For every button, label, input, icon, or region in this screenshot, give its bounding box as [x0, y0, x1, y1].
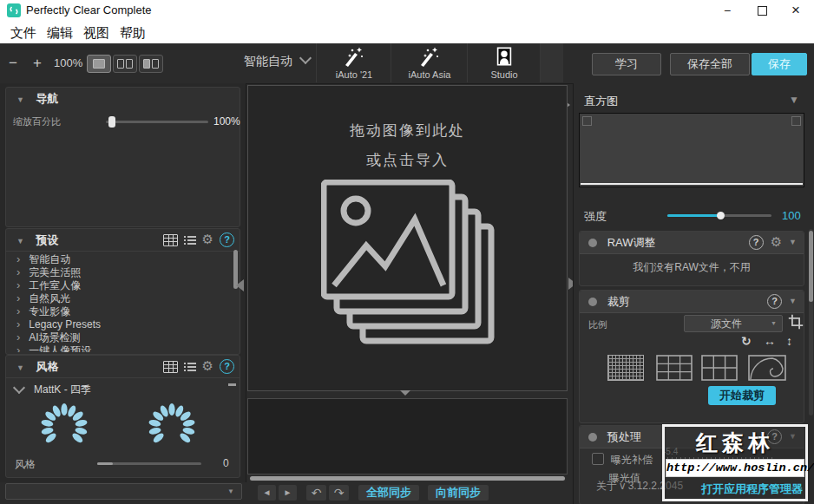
tree-chevron-icon[interactable]: › [16, 252, 20, 265]
help-icon[interactable]: ? [220, 359, 234, 374]
tab-iauto21[interactable]: iAuto '21 [316, 43, 391, 82]
list-view-icon[interactable] [184, 235, 196, 245]
start-crop-button[interactable]: 开始裁剪 [708, 386, 776, 405]
collapse-icon[interactable]: ▼ [16, 95, 24, 104]
navigation-header[interactable]: ▼ 导航 [6, 88, 240, 109]
sync-forward-button[interactable]: 向前同步 [428, 485, 489, 501]
crop-header[interactable]: 裁剪 ? ▼ [580, 291, 804, 313]
strength-slider[interactable] [667, 214, 771, 217]
collapse-icon[interactable]: ▼ [16, 237, 24, 245]
tree-chevron-icon[interactable]: › [16, 331, 20, 344]
help-icon[interactable]: ? [749, 235, 764, 250]
grid-spiral-button[interactable] [748, 355, 786, 381]
undo-button[interactable]: ↶ [306, 485, 326, 501]
grid-fine-button[interactable] [607, 355, 644, 381]
preset-item[interactable]: ›AI场景检测 [6, 331, 233, 344]
save-all-button[interactable]: 保存全部 [670, 53, 750, 75]
style-slider-thumb[interactable] [97, 462, 113, 465]
sync-all-button[interactable]: 全部同步 [358, 485, 419, 501]
maximize-button[interactable] [744, 0, 780, 21]
gear-icon[interactable]: ⚙ [202, 360, 213, 373]
zoom-in-button[interactable]: + [33, 55, 42, 72]
filmstrip[interactable] [247, 398, 568, 475]
presets-header[interactable]: ▼ 预设 ⚙ ? [6, 229, 240, 252]
filmstrip-scrollbar[interactable] [249, 475, 567, 481]
collapse-icon[interactable]: ▼ [16, 363, 24, 372]
histogram-box[interactable] [579, 113, 804, 187]
preset-item[interactable]: ›工作室人像 [6, 278, 233, 291]
tree-chevron-icon[interactable]: › [16, 317, 20, 331]
tree-chevron-icon[interactable]: › [16, 278, 20, 291]
close-button[interactable]: × [778, 0, 814, 21]
zoom-percent-slider-thumb[interactable] [108, 116, 115, 128]
style-slider[interactable] [97, 462, 201, 465]
tab-iauto-asia[interactable]: iAuto Asia [391, 43, 468, 82]
style-slider-label: 风格 [15, 457, 36, 472]
gear-icon[interactable]: ⚙ [202, 233, 213, 246]
histogram-highlight-clip-toggle[interactable] [791, 116, 801, 126]
grid-view-icon[interactable] [163, 361, 178, 373]
preset-item[interactable]: ›一键人像预设 [6, 344, 233, 352]
section-enable-dot[interactable] [588, 239, 597, 247]
styles-header[interactable]: ▼ 风格 ⚙ ? [6, 356, 240, 378]
section-enable-dot[interactable] [588, 298, 597, 306]
previous-image-button[interactable]: ◄ [258, 485, 276, 501]
preset-item[interactable]: ›自然风光 [6, 291, 233, 304]
help-icon[interactable]: ? [220, 232, 234, 247]
collapse-icon[interactable]: ▼ [789, 94, 799, 106]
preset-item[interactable]: ›智能自动 [6, 252, 233, 265]
tree-chevron-icon[interactable]: › [16, 304, 20, 317]
grid-thirds-button[interactable] [656, 355, 693, 381]
view-single-button[interactable] [87, 55, 111, 73]
image-drop-area[interactable]: 拖动图像到此处 或点击导入 [247, 85, 568, 391]
mode-dropdown[interactable]: 智能自动 [244, 54, 310, 73]
menu-edit[interactable]: 编辑 [42, 23, 78, 43]
preset-item[interactable]: ›专业影像 [6, 304, 233, 317]
right-panel-scrollbar[interactable] [809, 229, 813, 416]
tree-chevron-icon[interactable]: › [16, 291, 20, 304]
tree-chevron-icon[interactable]: › [16, 265, 20, 278]
raw-header[interactable]: RAW调整 ? ⚙ ▼ [580, 232, 804, 254]
tab-partial[interactable] [540, 43, 563, 82]
right-panel-scrollbar-thumb[interactable] [809, 231, 813, 302]
watermark-url[interactable]: http://www.hoslin.cn/ [666, 459, 804, 477]
learn-button[interactable]: 学习 [592, 53, 661, 75]
filmstrip-filter-dropdown[interactable]: ▼ [5, 483, 242, 500]
menu-view[interactable]: 视图 [78, 23, 115, 43]
next-image-button[interactable]: ► [279, 485, 297, 501]
grid-quad-button[interactable] [701, 355, 738, 381]
collapse-icon[interactable]: ▼ [789, 291, 797, 312]
style-group-row[interactable]: MattK - 四季 [15, 383, 91, 397]
tree-chevron-icon[interactable]: › [16, 344, 20, 352]
rotate-icon[interactable]: ↻ [741, 334, 752, 348]
zoom-out-button[interactable]: − [9, 55, 17, 72]
tab-studio[interactable]: Studio [467, 43, 542, 82]
grid-view-icon[interactable] [163, 234, 178, 246]
exposure-comp-checkbox[interactable] [592, 453, 604, 465]
crop-tool-icon[interactable] [788, 314, 804, 330]
zoom-percent-slider[interactable] [106, 121, 208, 123]
list-view-icon[interactable] [184, 362, 196, 372]
menu-file[interactable]: 文件 [5, 23, 42, 43]
histogram-shadow-clip-toggle[interactable] [582, 116, 592, 126]
save-button[interactable]: 保存 [752, 53, 807, 75]
preset-item[interactable]: ›完美生活照 [6, 265, 233, 278]
redo-button[interactable]: ↷ [329, 485, 349, 501]
filmstrip-scrollbar-thumb[interactable] [250, 476, 565, 481]
collapse-left-panel-icon[interactable] [236, 279, 244, 291]
help-icon[interactable]: ? [767, 294, 782, 309]
minimize-button[interactable]: − [709, 0, 745, 21]
menu-help[interactable]: 帮助 [115, 23, 151, 43]
gear-icon[interactable]: ⚙ [771, 236, 782, 249]
view-split-button[interactable] [113, 55, 137, 73]
open-app-manager-link[interactable]: 打开应用程序管理器 [701, 481, 803, 497]
flip-vertical-icon[interactable]: ↕ [786, 334, 792, 348]
flip-horizontal-icon[interactable]: ↔ [764, 334, 776, 348]
section-enable-dot[interactable] [588, 433, 597, 442]
view-sidebyside-button[interactable] [139, 55, 163, 73]
strength-slider-thumb[interactable] [717, 212, 725, 219]
collapse-icon[interactable]: ▼ [789, 232, 797, 253]
collapse-dash-icon[interactable] [228, 383, 236, 386]
preset-item[interactable]: ›Legacy Presets [6, 317, 233, 331]
ratio-dropdown[interactable]: 源文件 ▼ [684, 315, 783, 332]
